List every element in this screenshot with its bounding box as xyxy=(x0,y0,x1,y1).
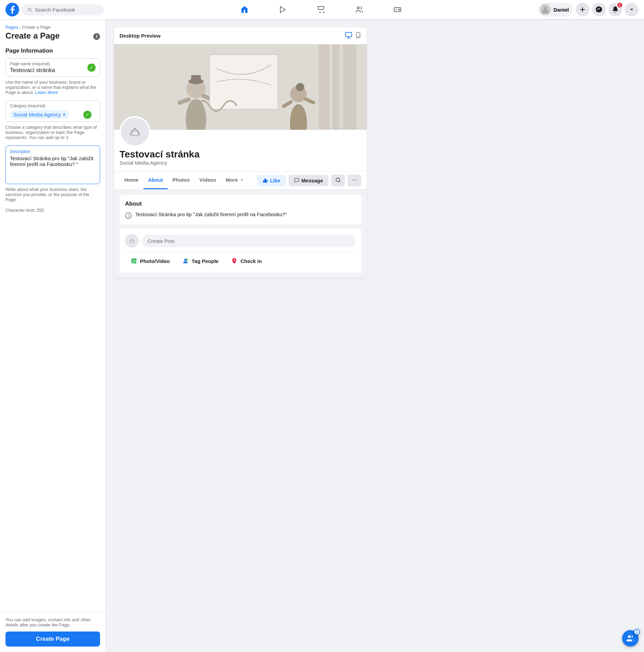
cover-illustration xyxy=(114,44,367,130)
svg-point-3 xyxy=(323,12,324,13)
preview-icons xyxy=(345,31,361,40)
category-label: Category (required) xyxy=(10,103,96,108)
breadcrumb-pages-link[interactable]: Pages xyxy=(5,25,18,30)
watch-nav-btn[interactable] xyxy=(264,1,302,18)
tag-people-btn[interactable]: Tag People xyxy=(177,255,224,267)
message-icon xyxy=(294,178,299,183)
people-float-btn[interactable]: 1 xyxy=(622,630,639,647)
photo-video-btn[interactable]: Photo/Video xyxy=(125,255,175,267)
about-info-icon xyxy=(125,212,132,219)
profile-avatar xyxy=(120,116,150,147)
page-nav-more[interactable]: More xyxy=(221,171,249,189)
page-name-field[interactable]: Page name (required) ✓ xyxy=(5,58,100,77)
svg-rect-37 xyxy=(127,236,137,246)
svg-rect-28 xyxy=(333,44,339,130)
like-icon xyxy=(263,178,268,183)
gaming-nav-btn[interactable] xyxy=(378,1,417,18)
profile-name: Testovací stránka xyxy=(120,149,361,160)
svg-point-24 xyxy=(296,83,304,91)
breadcrumb: Pages › Create a Page xyxy=(5,25,100,30)
svg-rect-29 xyxy=(343,44,356,130)
nav-center xyxy=(107,1,536,18)
groups-nav-btn[interactable] xyxy=(340,1,378,18)
page-name-check-icon: ✓ xyxy=(87,64,96,72)
like-button[interactable]: Like xyxy=(257,175,286,186)
post-avatar xyxy=(125,234,139,248)
desktop-preview-btn[interactable] xyxy=(345,31,352,40)
message-button[interactable]: Message xyxy=(289,175,328,186)
main-layout: Pages › Create a Page Create a Page ℹ Pa… xyxy=(0,19,644,652)
messenger-btn[interactable] xyxy=(592,3,606,16)
left-panel: Pages › Create a Page Create a Page ℹ Pa… xyxy=(0,19,106,652)
search-page-btn[interactable] xyxy=(331,175,345,186)
svg-marker-1 xyxy=(280,6,285,13)
about-card-title: About xyxy=(125,200,356,207)
svg-point-40 xyxy=(132,260,134,261)
about-card: About Testovací Stránka pro tip "Jak zal… xyxy=(120,195,361,224)
preview-card: Desktop Preview xyxy=(114,27,367,278)
search-input[interactable] xyxy=(35,7,98,13)
svg-point-44 xyxy=(628,635,631,638)
page-nav-videos[interactable]: Videos xyxy=(195,171,221,189)
bottom-section: You can add images, contact info and oth… xyxy=(0,611,106,652)
right-preview: Desktop Preview xyxy=(106,19,644,652)
profile-category: Social Media Agency xyxy=(120,160,361,166)
page-nav-about[interactable]: About xyxy=(143,171,168,189)
page-title: Create a Page xyxy=(5,31,60,41)
cover-photo xyxy=(114,44,367,130)
svg-rect-20 xyxy=(210,55,278,109)
page-name-input[interactable] xyxy=(10,67,85,74)
description-label: Description xyxy=(10,149,96,154)
search-bar[interactable] xyxy=(22,4,104,15)
page-navigation: Home About Photos Videos More Like Messa… xyxy=(114,171,367,190)
user-name: Daniel xyxy=(554,7,569,13)
category-field[interactable]: Category (required) Social Media Agency … xyxy=(5,100,100,122)
about-info-row: Testovací Stránka pro tip "Jak založit f… xyxy=(125,211,356,219)
facebook-logo[interactable] xyxy=(5,3,19,16)
info-icon[interactable]: ℹ xyxy=(93,33,100,40)
profile-info: Testovací stránka Social Media Agency xyxy=(120,130,361,166)
description-helper: Write about what your business does, the… xyxy=(5,187,100,202)
create-btn[interactable] xyxy=(576,3,589,16)
preview-header: Desktop Preview xyxy=(114,27,367,44)
more-options-btn[interactable] xyxy=(348,175,361,186)
profile-avatar-wrap xyxy=(120,116,150,147)
ellipsis-icon xyxy=(352,177,357,183)
people-float-badge: 1 xyxy=(634,629,640,635)
create-post-input[interactable]: Create Post xyxy=(142,235,356,247)
photo-video-icon xyxy=(130,258,137,264)
svg-point-43 xyxy=(234,259,235,261)
svg-point-34 xyxy=(354,180,355,180)
notifications-btn[interactable]: 1 xyxy=(608,3,622,16)
create-post-card: Create Post Photo/Video Tag People xyxy=(120,228,361,273)
mobile-preview-btn[interactable] xyxy=(355,31,361,40)
create-post-row: Create Post xyxy=(125,234,356,248)
svg-rect-9 xyxy=(346,32,352,37)
search-page-icon xyxy=(335,177,341,183)
learn-more-link[interactable]: Learn More xyxy=(35,90,58,95)
svg-point-33 xyxy=(352,180,353,180)
description-textarea[interactable]: Testovací Stránka pro tip "Jak založit f… xyxy=(10,155,96,179)
check-in-btn[interactable]: Check in xyxy=(225,255,267,267)
category-helper: Choose a category that describes what ty… xyxy=(5,125,100,140)
marketplace-nav-btn[interactable] xyxy=(302,1,340,18)
chevron-down-icon xyxy=(239,178,244,182)
create-page-button[interactable]: Create Page xyxy=(5,632,100,647)
account-menu-btn[interactable] xyxy=(625,3,639,16)
home-nav-btn[interactable] xyxy=(225,1,264,18)
description-field[interactable]: Description Testovací Stránka pro tip "J… xyxy=(5,145,100,184)
page-nav-home[interactable]: Home xyxy=(120,171,143,189)
category-remove-btn[interactable]: × xyxy=(63,112,66,117)
page-name-label: Page name (required) xyxy=(10,61,96,66)
bottom-helper-text: You can add images, contact info and oth… xyxy=(5,617,100,627)
user-profile-btn[interactable]: Daniel xyxy=(538,3,573,16)
svg-rect-30 xyxy=(125,121,145,142)
tag-people-icon xyxy=(182,258,189,264)
category-tag: Social Media Agency × xyxy=(10,110,69,119)
page-nav-photos[interactable]: Photos xyxy=(168,171,195,189)
page-content: About Testovací Stránka pro tip "Jak zal… xyxy=(114,190,367,278)
svg-point-2 xyxy=(320,12,320,13)
page-nav-actions: Like Message xyxy=(257,175,361,186)
about-text: Testovací Stránka pro tip "Jak založit f… xyxy=(135,211,287,217)
search-icon xyxy=(27,7,32,12)
